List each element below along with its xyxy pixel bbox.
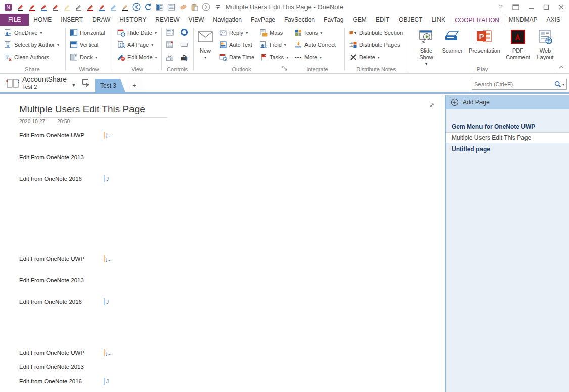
more-button[interactable]: ••• More▾: [293, 52, 337, 63]
back-circle-icon[interactable]: [132, 3, 141, 11]
tasks-button[interactable]: Tasks▾: [258, 52, 289, 63]
pen-dark-gray-icon[interactable]: [51, 3, 59, 11]
page-canvas[interactable]: Multiple Users Edit This Page 2020-10-27…: [0, 95, 445, 392]
customize-quick-access-icon[interactable]: [213, 3, 222, 11]
minimize-button[interactable]: [523, 0, 539, 14]
pen-tan-icon[interactable]: [120, 3, 129, 11]
paste-icon[interactable]: [190, 3, 199, 11]
pen-red-2-icon[interactable]: [85, 3, 94, 11]
date-picker-control-icon[interactable]: [166, 41, 174, 49]
select-by-author-button[interactable]: Select by Author▾: [3, 39, 60, 51]
notebook-dropdown[interactable]: AccountShare: [22, 75, 67, 83]
navigate-back-icon[interactable]: [81, 78, 90, 88]
reading-view-icon[interactable]: [155, 3, 164, 11]
auto-correct-button[interactable]: Auto Correct: [293, 39, 337, 51]
full-page-view-icon[interactable]: [167, 3, 176, 11]
note-line[interactable]: Edit from OneNote 2016: [19, 378, 82, 384]
hide-date-button[interactable]: Hide Date▾: [116, 27, 158, 38]
tab-tag[interactable]: TAG: [565, 14, 569, 26]
collapse-ribbon-icon[interactable]: [558, 64, 565, 70]
tab-insert[interactable]: INSERT: [56, 14, 87, 26]
author-tag[interactable]: J: [104, 175, 109, 182]
tab-home[interactable]: HOME: [29, 14, 56, 26]
web-layout-button[interactable]: Web Layout: [533, 26, 558, 61]
help-button[interactable]: ?: [493, 0, 508, 14]
pen-black-icon[interactable]: [16, 3, 24, 11]
tab-gem[interactable]: GEM: [348, 14, 371, 26]
mass-button[interactable]: Mass: [258, 27, 289, 38]
search-input[interactable]: [472, 81, 554, 87]
section-tab-test3[interactable]: Test 3: [95, 79, 125, 92]
outlook-dialog-launcher-icon[interactable]: [282, 66, 288, 72]
notebook-caret-icon[interactable]: ▼: [71, 82, 76, 88]
tab-navigation[interactable]: Navigation: [208, 14, 246, 26]
tab-review[interactable]: REVIEW: [151, 14, 184, 26]
presentation-button[interactable]: P Presentation: [466, 26, 503, 54]
eraser-icon[interactable]: [179, 3, 187, 11]
tab-link[interactable]: LINK: [427, 14, 450, 26]
onedrive-button[interactable]: OneDrive▾: [3, 27, 60, 38]
note-line[interactable]: Edit from OneNote 2016: [19, 299, 82, 305]
combo-box-control-icon[interactable]: [166, 28, 174, 36]
page-list-item[interactable]: Untitled page: [446, 143, 569, 155]
distribute-pages-button[interactable]: Distribute Pages: [348, 39, 404, 51]
close-button[interactable]: [554, 0, 569, 14]
pen-blue-icon[interactable]: [39, 3, 48, 11]
slide-show-button[interactable]: Slide Show ▾: [414, 26, 439, 67]
author-tag[interactable]: j...: [104, 349, 112, 356]
note-line[interactable]: Edit From OneNote 2013: [19, 154, 84, 160]
tab-axis[interactable]: AXIS: [542, 14, 565, 26]
new-section-tab[interactable]: +: [126, 79, 146, 92]
toolbox-icon[interactable]: [180, 54, 188, 62]
search-scope-caret-icon[interactable]: ▾: [562, 82, 564, 87]
number-field-control-icon[interactable]: 10: [166, 54, 174, 62]
note-line[interactable]: Edit From OneNote 2013: [19, 364, 84, 370]
distribute-section-button[interactable]: Distribute Section: [348, 27, 404, 38]
pen-blue-2-icon[interactable]: [97, 3, 106, 11]
page-list-item[interactable]: Gem Menu for OneNote UWP: [446, 121, 569, 132]
page-title[interactable]: Multiple Users Edit This Page: [19, 104, 145, 115]
pen-red-icon[interactable]: [27, 3, 36, 11]
author-tag[interactable]: j...: [104, 255, 112, 262]
tab-edit[interactable]: EDIT: [371, 14, 394, 26]
author-tag[interactable]: J: [104, 378, 109, 385]
author-tag[interactable]: J: [104, 298, 109, 305]
pen-gray-icon[interactable]: [74, 3, 82, 11]
note-line[interactable]: Edit From OneNote UWP: [19, 256, 84, 262]
add-page-button[interactable]: Add Page: [446, 95, 569, 109]
author-tag[interactable]: j...: [104, 132, 112, 139]
tab-favpage[interactable]: FavPage: [246, 14, 280, 26]
maximize-button[interactable]: [539, 0, 554, 14]
tab-favtag[interactable]: FavTag: [319, 14, 348, 26]
pdf-comment-button[interactable]: PDF Comment: [503, 26, 533, 61]
date-time-button[interactable]: Date Time: [218, 52, 255, 63]
undo-arrow-icon[interactable]: [144, 3, 152, 11]
tab-draw[interactable]: DRAW: [87, 14, 115, 26]
reply-button[interactable]: Reply▾: [218, 27, 255, 38]
note-line[interactable]: Edit from OneNote 2016: [19, 176, 82, 182]
tab-object[interactable]: OBJECT: [394, 14, 427, 26]
edit-mode-button[interactable]: Edit Mode▾: [116, 52, 158, 63]
scanner-button[interactable]: Scanner: [439, 26, 466, 54]
tab-view[interactable]: VIEW: [184, 14, 209, 26]
tab-file[interactable]: FILE: [0, 14, 29, 26]
dock-button[interactable]: Dock▾: [69, 52, 106, 63]
tab-history[interactable]: HISTORY: [115, 14, 151, 26]
auto-text-button[interactable]: Auto Text: [218, 39, 255, 51]
page-list-item-selected[interactable]: Multiple Users Edit This Page: [446, 132, 569, 143]
ribbon-display-options-button[interactable]: [508, 0, 523, 14]
radio-button-control-icon[interactable]: [180, 28, 188, 36]
a4-page-button[interactable]: A4 Page▾: [116, 39, 158, 51]
delete-button[interactable]: Delete▾: [348, 52, 404, 63]
tab-favsection[interactable]: FavSection: [280, 14, 319, 26]
vertical-button[interactable]: Vertical: [69, 39, 106, 51]
new-mail-button[interactable]: New ▾: [196, 26, 215, 61]
search-icon[interactable]: [554, 81, 561, 88]
highlighter-cream-icon[interactable]: [62, 3, 71, 11]
tab-cooperation[interactable]: COOPERATION: [450, 14, 504, 26]
horizontal-button[interactable]: Horizontal: [69, 27, 106, 38]
tab-mindmap[interactable]: MINDMAP: [504, 14, 542, 26]
field-button[interactable]: Field▾: [258, 39, 289, 51]
note-line[interactable]: Edit From OneNote 2013: [19, 277, 84, 283]
icons-button[interactable]: Icons▾: [293, 27, 337, 38]
